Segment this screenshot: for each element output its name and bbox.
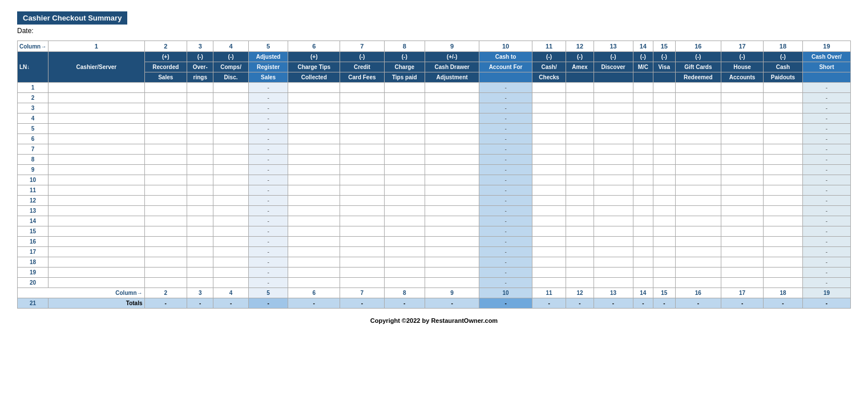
- row-14-col3[interactable]: [187, 216, 213, 226]
- row-cashier-9[interactable]: [49, 165, 144, 175]
- row-4-col2[interactable]: [144, 114, 187, 124]
- row-13-col12[interactable]: [566, 206, 594, 216]
- row-5-col7[interactable]: [340, 124, 385, 134]
- row-5-col17[interactable]: [721, 124, 764, 134]
- row-19-col18[interactable]: [763, 268, 802, 278]
- row-10-col17[interactable]: [721, 175, 764, 185]
- row-2-col12[interactable]: [566, 93, 594, 103]
- row-17-col2[interactable]: [144, 247, 187, 257]
- row-5-col4[interactable]: [213, 124, 248, 134]
- row-14-col2[interactable]: [144, 216, 187, 226]
- row-20-col7[interactable]: [340, 278, 385, 288]
- row-4-col3[interactable]: [187, 114, 213, 124]
- row-15-col8[interactable]: [384, 226, 425, 237]
- row-2-col2[interactable]: [144, 93, 187, 103]
- row-1-col8[interactable]: [384, 83, 425, 93]
- row-5-col16[interactable]: [675, 124, 721, 134]
- row-3-col17[interactable]: [721, 103, 764, 114]
- row-3-col7[interactable]: [340, 103, 385, 114]
- row-20-col9[interactable]: [425, 278, 479, 288]
- row-13-col8[interactable]: [384, 206, 425, 216]
- row-20-col8[interactable]: [384, 278, 425, 288]
- row-3-col13[interactable]: [594, 103, 633, 114]
- row-18-col9[interactable]: [425, 257, 479, 268]
- row-19-col11[interactable]: [532, 268, 566, 278]
- row-17-col11[interactable]: [532, 247, 566, 257]
- row-1-col9[interactable]: [425, 83, 479, 93]
- row-18-col13[interactable]: [594, 257, 633, 268]
- row-18-col4[interactable]: [213, 257, 248, 268]
- row-9-col8[interactable]: [384, 165, 425, 175]
- row-20-col17[interactable]: [721, 278, 764, 288]
- row-16-col17[interactable]: [721, 237, 764, 247]
- row-5-col3[interactable]: [187, 124, 213, 134]
- row-3-col3[interactable]: [187, 103, 213, 114]
- row-16-col16[interactable]: [675, 237, 721, 247]
- row-1-col17[interactable]: [721, 83, 764, 93]
- row-17-col9[interactable]: [425, 247, 479, 257]
- row-5-col14[interactable]: [633, 124, 653, 134]
- row-15-col3[interactable]: [187, 226, 213, 237]
- row-12-col2[interactable]: [144, 196, 187, 206]
- row-12-col9[interactable]: [425, 196, 479, 206]
- row-11-col11[interactable]: [532, 185, 566, 196]
- row-5-col6[interactable]: [288, 124, 340, 134]
- row-11-col18[interactable]: [763, 185, 802, 196]
- row-1-col14[interactable]: [633, 83, 653, 93]
- row-1-col15[interactable]: [653, 83, 675, 93]
- row-16-col11[interactable]: [532, 237, 566, 247]
- row-4-col17[interactable]: [721, 114, 764, 124]
- row-16-col8[interactable]: [384, 237, 425, 247]
- row-cashier-20[interactable]: [49, 278, 144, 288]
- row-15-col2[interactable]: [144, 226, 187, 237]
- row-2-col13[interactable]: [594, 93, 633, 103]
- row-17-col14[interactable]: [633, 247, 653, 257]
- row-6-col12[interactable]: [566, 134, 594, 144]
- row-6-col16[interactable]: [675, 134, 721, 144]
- row-8-col12[interactable]: [566, 155, 594, 165]
- row-4-col15[interactable]: [653, 114, 675, 124]
- row-1-col6[interactable]: [288, 83, 340, 93]
- row-17-col7[interactable]: [340, 247, 385, 257]
- row-7-col8[interactable]: [384, 144, 425, 155]
- row-8-col15[interactable]: [653, 155, 675, 165]
- row-cashier-18[interactable]: [49, 257, 144, 268]
- row-9-col11[interactable]: [532, 165, 566, 175]
- row-15-col11[interactable]: [532, 226, 566, 237]
- row-10-col4[interactable]: [213, 175, 248, 185]
- row-14-col18[interactable]: [763, 216, 802, 226]
- row-10-col2[interactable]: [144, 175, 187, 185]
- row-18-col15[interactable]: [653, 257, 675, 268]
- row-20-col12[interactable]: [566, 278, 594, 288]
- row-15-col18[interactable]: [763, 226, 802, 237]
- row-12-col17[interactable]: [721, 196, 764, 206]
- row-16-col13[interactable]: [594, 237, 633, 247]
- row-1-col2[interactable]: [144, 83, 187, 93]
- row-16-col9[interactable]: [425, 237, 479, 247]
- row-5-col13[interactable]: [594, 124, 633, 134]
- row-10-col18[interactable]: [763, 175, 802, 185]
- row-18-col7[interactable]: [340, 257, 385, 268]
- row-13-col16[interactable]: [675, 206, 721, 216]
- row-19-col2[interactable]: [144, 268, 187, 278]
- row-6-col14[interactable]: [633, 134, 653, 144]
- row-5-col11[interactable]: [532, 124, 566, 134]
- row-19-col16[interactable]: [675, 268, 721, 278]
- row-10-col6[interactable]: [288, 175, 340, 185]
- row-12-col14[interactable]: [633, 196, 653, 206]
- row-3-col8[interactable]: [384, 103, 425, 114]
- row-13-col6[interactable]: [288, 206, 340, 216]
- row-14-col4[interactable]: [213, 216, 248, 226]
- row-1-col4[interactable]: [213, 83, 248, 93]
- row-cashier-14[interactable]: [49, 216, 144, 226]
- row-13-col14[interactable]: [633, 206, 653, 216]
- row-20-col11[interactable]: [532, 278, 566, 288]
- row-10-col3[interactable]: [187, 175, 213, 185]
- row-2-col11[interactable]: [532, 93, 566, 103]
- row-9-col14[interactable]: [633, 165, 653, 175]
- row-9-col18[interactable]: [763, 165, 802, 175]
- row-9-col15[interactable]: [653, 165, 675, 175]
- row-10-col12[interactable]: [566, 175, 594, 185]
- row-13-col17[interactable]: [721, 206, 764, 216]
- row-8-col16[interactable]: [675, 155, 721, 165]
